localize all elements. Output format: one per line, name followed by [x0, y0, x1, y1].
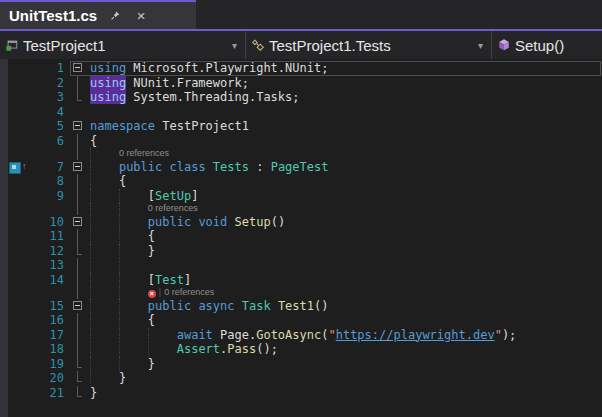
code-line[interactable]: 6{ — [0, 134, 602, 149]
line-number[interactable]: 21 — [0, 386, 70, 401]
test-failed-icon[interactable]: × — [148, 290, 156, 298]
code-line[interactable]: 13 — [0, 258, 602, 273]
line-number[interactable]: 18 — [0, 342, 70, 357]
code-line[interactable]: 15 public async Task Test1() — [0, 299, 602, 314]
fold-margin[interactable] — [70, 119, 86, 134]
collapse-box-icon[interactable] — [73, 121, 82, 130]
fold-margin[interactable] — [70, 90, 86, 105]
codelens-content[interactable]: 0 references — [86, 203, 602, 215]
code-text[interactable]: { — [86, 313, 602, 328]
code-text[interactable]: public void Setup() — [86, 215, 602, 230]
code-line[interactable]: 19 } — [0, 357, 602, 372]
codelens-content[interactable]: 0 references — [86, 148, 602, 160]
code-text[interactable]: public async Task Test1() — [86, 299, 602, 314]
close-icon[interactable]: × — [133, 8, 149, 24]
code-line[interactable]: 5namespace TestProject1 — [0, 119, 602, 134]
type-dropdown[interactable]: TestProject1.Tests ▾ — [246, 31, 492, 59]
codelens-text[interactable]: 0 references — [119, 148, 169, 158]
code-text[interactable] — [86, 258, 602, 273]
member-dropdown[interactable]: Setup() — [492, 31, 602, 59]
fold-margin[interactable] — [70, 386, 86, 401]
line-number[interactable]: 19 — [0, 357, 70, 372]
line-number[interactable]: 3 — [0, 90, 70, 105]
collapse-box-icon[interactable] — [73, 301, 82, 310]
project-dropdown[interactable]: TestProject1 ▾ — [0, 31, 246, 59]
code-text[interactable]: [SetUp] — [86, 189, 602, 204]
code-line[interactable]: 17 await Page.GotoAsync("https://playwri… — [0, 328, 602, 343]
fold-margin[interactable] — [70, 342, 86, 357]
codelens-row[interactable]: 0 references — [0, 148, 602, 160]
code-text[interactable]: using System.Threading.Tasks; — [86, 90, 602, 105]
code-line[interactable]: 20 } — [0, 371, 602, 386]
fold-margin[interactable] — [70, 189, 86, 204]
code-text[interactable]: namespace TestProject1 — [86, 119, 602, 134]
fold-margin[interactable] — [70, 313, 86, 328]
code-text[interactable]: { — [86, 134, 602, 149]
codelens-content[interactable]: ×|0 references — [86, 287, 602, 299]
line-number[interactable]: 8 — [0, 174, 70, 189]
codelens-row[interactable]: 0 references — [0, 203, 602, 215]
line-number[interactable]: 12 — [0, 244, 70, 259]
code-line[interactable]: 2using NUnit.Framework; — [0, 76, 602, 91]
codelens-text[interactable]: 0 references — [164, 287, 214, 297]
fold-margin[interactable] — [70, 203, 86, 215]
line-number[interactable]: 16 — [0, 313, 70, 328]
line-number[interactable]: 13 — [0, 258, 70, 273]
line-number[interactable]: 17 — [0, 328, 70, 343]
fold-margin[interactable] — [70, 148, 86, 160]
code-line[interactable]: 9 [SetUp] — [0, 189, 602, 204]
fold-margin[interactable] — [70, 215, 86, 230]
code-text[interactable]: using Microsoft.Playwright.NUnit; — [86, 61, 602, 76]
line-number[interactable]: 10 — [0, 215, 70, 230]
code-text[interactable]: Assert.Pass(); — [86, 342, 602, 357]
line-number[interactable]: 11 — [0, 229, 70, 244]
line-number[interactable] — [0, 148, 70, 160]
code-text[interactable]: } — [86, 371, 602, 386]
fold-margin[interactable] — [70, 174, 86, 189]
code-line[interactable]: 21} — [0, 386, 602, 401]
code-line[interactable]: 4 — [0, 105, 602, 120]
fold-margin[interactable] — [70, 371, 86, 386]
pin-icon[interactable] — [107, 8, 123, 24]
line-number[interactable]: 6 — [0, 134, 70, 149]
code-text[interactable]: { — [86, 174, 602, 189]
code-text[interactable] — [86, 105, 602, 120]
code-line[interactable]: 1using Microsoft.Playwright.NUnit; — [0, 61, 602, 76]
collapse-box-icon[interactable] — [73, 162, 82, 171]
code-line[interactable]: 11 { — [0, 229, 602, 244]
line-number[interactable]: 14 — [0, 273, 70, 288]
code-text[interactable]: await Page.GotoAsync("https://playwright… — [86, 328, 602, 343]
codelens-text[interactable]: 0 references — [148, 203, 198, 213]
line-number[interactable]: 15 — [0, 299, 70, 314]
code-text[interactable]: { — [86, 229, 602, 244]
tab-unittest1[interactable]: UnitTest1.cs × — [0, 0, 196, 29]
code-text[interactable]: } — [86, 357, 602, 372]
code-line[interactable]: 7 public class Tests : PageTest↑ — [0, 160, 602, 175]
fold-margin[interactable] — [70, 229, 86, 244]
fold-margin[interactable] — [70, 287, 86, 299]
code-line[interactable]: 12 } — [0, 244, 602, 259]
line-number[interactable]: 2 — [0, 76, 70, 91]
code-line[interactable]: 14 [Test] — [0, 273, 602, 288]
line-number[interactable] — [0, 287, 70, 299]
fold-margin[interactable] — [70, 258, 86, 273]
code-text[interactable]: } — [86, 386, 602, 401]
fold-margin[interactable] — [70, 76, 86, 91]
fold-margin[interactable] — [70, 160, 86, 175]
code-text[interactable]: [Test] — [86, 273, 602, 288]
code-text[interactable]: public class Tests : PageTest — [86, 160, 602, 175]
fold-margin[interactable] — [70, 134, 86, 149]
fold-margin[interactable] — [70, 328, 86, 343]
code-line[interactable]: 3using System.Threading.Tasks; — [0, 90, 602, 105]
line-number[interactable]: 9 — [0, 189, 70, 204]
line-number[interactable]: 20 — [0, 371, 70, 386]
line-number[interactable]: 4 — [0, 105, 70, 120]
code-line[interactable]: 18 Assert.Pass(); — [0, 342, 602, 357]
code-line[interactable]: 8 { — [0, 174, 602, 189]
line-number[interactable]: 1 — [0, 61, 70, 76]
line-number[interactable]: 5 — [0, 119, 70, 134]
collapse-box-icon[interactable] — [73, 63, 82, 72]
line-number[interactable] — [0, 203, 70, 215]
code-editor[interactable]: 1using Microsoft.Playwright.NUnit;2using… — [0, 59, 602, 417]
code-line[interactable]: 16 { — [0, 313, 602, 328]
